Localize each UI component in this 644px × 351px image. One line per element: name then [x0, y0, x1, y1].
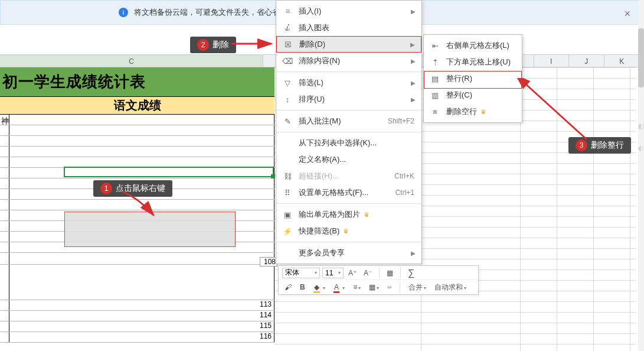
menu-separator [276, 132, 421, 132]
sum-icon[interactable]: ∑ [406, 268, 417, 278]
shortcut-label: Shift+F2 [388, 117, 414, 125]
submenu-shift-up[interactable]: ⇡ 下方单元格上移(U) [424, 54, 522, 70]
menu-hyperlink[interactable]: ⛓ 超链接(H)... Ctrl+K [276, 168, 421, 184]
chevron-right-icon: ▶ [410, 41, 415, 48]
column-header-c[interactable]: C [0, 55, 263, 67]
annotation-1: 1 点击鼠标右键 [93, 180, 172, 197]
font-select[interactable]: 宋体▾ [282, 268, 320, 278]
merge-button[interactable]: 合并 [406, 282, 429, 292]
delete-icon: ☒ [283, 40, 293, 49]
column-title: 语文成绩 [114, 98, 161, 113]
column-title-band: 语文成绩 [0, 97, 274, 115]
image-icon: ▣ [282, 210, 293, 219]
info-bar-text: 将文档备份云端，可避免文件丢失，省心省事 [134, 7, 287, 18]
submenu-entire-col[interactable]: ▥ 整列(C) [424, 87, 522, 103]
sort-icon: ↕ [282, 95, 293, 104]
chevron-right-icon: ▶ [411, 250, 416, 256]
shift-left-icon: ⇤ [430, 41, 440, 50]
format-painter-icon[interactable]: 🖌 [282, 283, 294, 291]
selection-fill-handle[interactable] [271, 174, 275, 178]
quick-filter-icon: ⚡ [282, 227, 293, 236]
menu-separator [276, 242, 421, 242]
menu-insert-comment[interactable]: ✎ 插入批注(M) Shift+F2 [276, 113, 421, 129]
cell-value[interactable]: 115 [9, 321, 274, 332]
menu-separator [276, 72, 421, 72]
menu-delete[interactable]: ☒ 删除(D) ▶ [276, 36, 421, 53]
menu-pick-list[interactable]: 从下拉列表中选择(K)... [276, 135, 421, 151]
annotation-2: 2 删除 [190, 37, 236, 53]
side-icon[interactable]: ◧ [638, 123, 643, 129]
chevron-right-icon: ▶ [411, 96, 416, 103]
column-header-j[interactable]: J [569, 55, 604, 67]
align-button[interactable]: ≡ [351, 283, 363, 291]
shortcut-label: Ctrl+K [394, 172, 414, 180]
fields-icon[interactable]: ▦ [384, 269, 395, 277]
annotation-badge-2: 2 [197, 39, 209, 51]
eraser-icon: ⌫ [282, 57, 293, 66]
decrease-font-icon[interactable]: A⁻ [361, 269, 374, 277]
shortcut-label: Ctrl+1 [395, 188, 414, 197]
menu-define-name[interactable]: 定义名称(A)... [276, 151, 421, 168]
vertical-scrollbar[interactable] [638, 0, 644, 351]
shift-up-icon: ⇡ [430, 58, 440, 67]
chart-icon: ⫝̸ [282, 24, 293, 32]
menu-more-member[interactable]: 更多会员专享 ▶ [276, 245, 421, 261]
link-icon: ⛓ [282, 172, 293, 181]
increase-font-icon[interactable]: A⁺ [346, 269, 359, 277]
scrollbar-thumb[interactable] [638, 28, 644, 87]
delete-blank-icon: ≡ [430, 108, 440, 116]
fill-color-button[interactable]: ◆ [311, 283, 328, 291]
side-icon[interactable]: ◐ [638, 145, 643, 151]
menu-clear[interactable]: ⌫ 清除内容(N) ▶ [276, 53, 421, 69]
menu-separator [276, 110, 421, 110]
menu-format-cells[interactable]: ⠿ 设置单元格格式(F)... Ctrl+1 [276, 184, 421, 201]
close-icon[interactable]: × [624, 8, 630, 20]
bold-button[interactable]: B [298, 283, 308, 291]
crown-icon: ♛ [343, 228, 349, 235]
format-icon: ⠿ [282, 188, 293, 197]
cell-value[interactable]: 116 [9, 332, 274, 342]
menu-export-image[interactable]: ▣ 输出单元格为图片 ♛ [276, 206, 421, 223]
editing-cell-108[interactable]: 108 [260, 257, 277, 266]
chevron-right-icon: ▶ [411, 58, 416, 64]
chevron-right-icon: ▶ [411, 80, 416, 86]
menu-sort[interactable]: ↕ 排序(U) ▶ [276, 91, 421, 108]
font-color-button[interactable]: A [331, 283, 347, 291]
active-selection [64, 167, 274, 177]
side-panel-icons: ◧ ◐ [638, 123, 643, 151]
menu-insert-chart[interactable]: ⫝̸ 插入图表 [276, 20, 421, 36]
sheet-title-band: 初一学生成绩统计表 [0, 67, 274, 97]
comment-icon: ✎ [282, 117, 293, 126]
autosum-button[interactable]: 自动求和 [432, 282, 469, 292]
entire-col-icon: ▥ [430, 91, 440, 100]
filter-icon: ▽ [282, 79, 293, 87]
column-header-k[interactable]: K [604, 55, 639, 67]
menu-insert[interactable]: ⌗ 插入(I) ▶ [276, 3, 421, 20]
context-menu: ⌗ 插入(I) ▶ ⫝̸ 插入图表 ☒ 删除(D) ▶ ⌫ 清除内容(N) ▶ … [276, 0, 422, 264]
annotation-badge-3: 3 [576, 139, 587, 151]
column-header-i[interactable]: I [534, 55, 570, 67]
annotation-3: 3 删除整行 [568, 137, 631, 154]
chevron-right-icon: ▶ [411, 8, 416, 15]
info-icon: i [119, 8, 128, 17]
insert-icon: ⌗ [282, 6, 293, 16]
annotation-badge-1: 1 [100, 183, 112, 194]
mini-toolbar: 宋体▾ 11▾ A⁺ A⁻ ▦ ∑ 🖌 B ◆ A ≡ ▦ ⎃ 合并 自动求和 [278, 265, 479, 295]
border-button[interactable]: ▦ [367, 283, 381, 291]
lock-icon[interactable]: ⎃ [385, 283, 394, 291]
annotation-highlight-entire-row [424, 71, 522, 89]
annotation-arrow-2 [231, 37, 279, 51]
crown-icon: ♛ [364, 211, 370, 219]
menu-filter[interactable]: ▽ 筛选(L) ▶ [276, 74, 421, 91]
submenu-shift-left[interactable]: ⇤ 右侧单元格左移(L) [424, 37, 522, 54]
cell-value[interactable]: 113 [9, 300, 274, 310]
menu-separator [276, 203, 421, 204]
annotation-target-range [64, 212, 236, 247]
crown-icon: ♛ [480, 108, 486, 116]
sheet-title: 初一学生成绩统计表 [2, 72, 146, 92]
cell-value[interactable]: 114 [9, 311, 274, 321]
menu-quick-filter[interactable]: ⚡ 快捷筛选(B) ♛ [276, 223, 421, 239]
font-size-select[interactable]: 11▾ [322, 268, 344, 278]
submenu-delete-blank[interactable]: ≡ 删除空行 ♛ [424, 103, 522, 120]
